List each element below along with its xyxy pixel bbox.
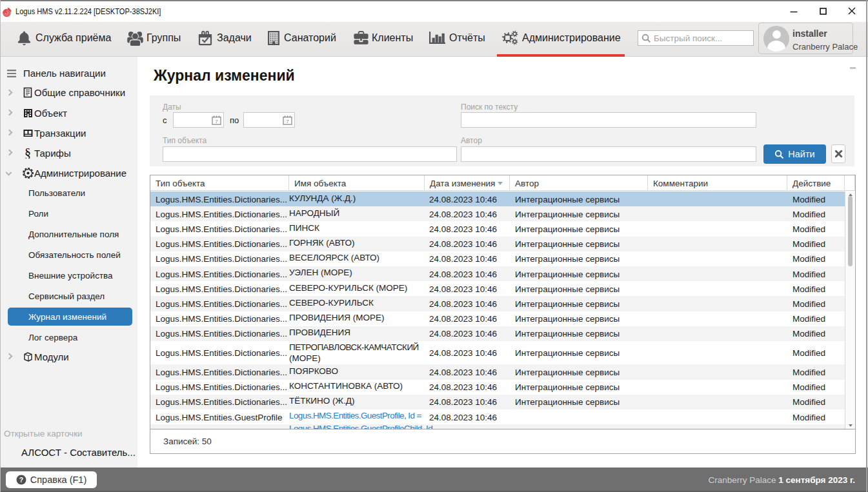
svg-text:§: §	[25, 148, 31, 159]
svg-text:?: ?	[19, 476, 23, 484]
svg-text:7: 7	[215, 119, 218, 124]
svg-text:7: 7	[286, 119, 289, 124]
